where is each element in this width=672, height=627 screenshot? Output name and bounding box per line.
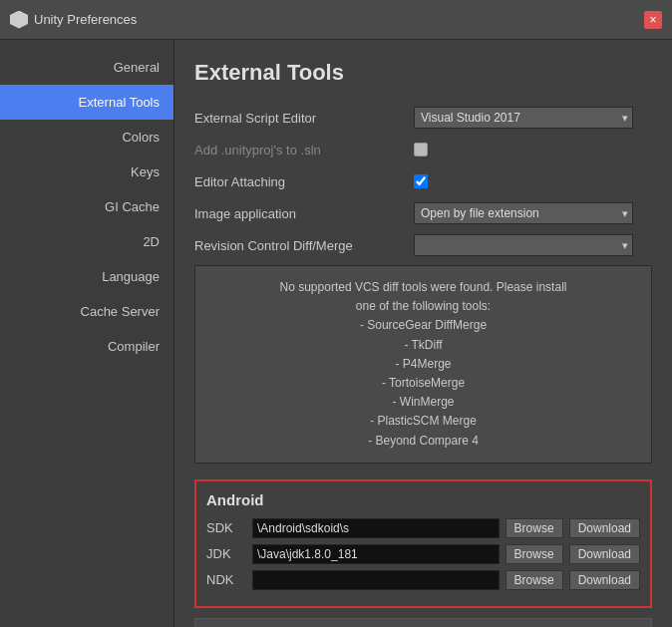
android-ndk-row: NDK Browse Download [206, 570, 640, 590]
window-title: Unity Preferences [34, 12, 137, 27]
android-jdk-row: JDK Browse Download [206, 544, 640, 564]
add-unityproj-checkbox[interactable] [414, 143, 428, 157]
add-unityproj-row: Add .unityproj's to .sln [194, 138, 652, 161]
external-script-editor-label: External Script Editor [194, 111, 414, 126]
sidebar: General External Tools Colors Keys GI Ca… [0, 40, 174, 627]
sidebar-item-compiler[interactable]: Compiler [0, 329, 173, 364]
android-sdk-row: SDK Browse Download [206, 518, 640, 538]
unity-icon [10, 11, 28, 29]
image-application-dropdown-wrapper: Open by file extension [414, 202, 633, 224]
sidebar-item-language[interactable]: Language [0, 259, 173, 294]
android-section: Android SDK Browse Download JDK Browse D… [194, 479, 652, 608]
android-ndk-browse-button[interactable]: Browse [505, 570, 563, 590]
vcs-message-box: No supported VCS diff tools were found. … [194, 265, 652, 464]
add-unityproj-label: Add .unityproj's to .sln [194, 143, 414, 157]
android-ndk-label: NDK [206, 572, 246, 587]
android-ndk-input[interactable] [252, 570, 500, 590]
editor-attaching-checkbox[interactable] [414, 174, 428, 188]
editor-attaching-row: Editor Attaching [194, 169, 652, 193]
android-sdk-download-button[interactable]: Download [569, 518, 640, 538]
android-sdk-label: SDK [206, 520, 246, 535]
sidebar-item-external-tools[interactable]: External Tools [0, 85, 173, 120]
vcs-message: No supported VCS diff tools were found. … [280, 280, 567, 448]
sidebar-item-colors[interactable]: Colors [0, 120, 173, 155]
android-jdk-browse-button[interactable]: Browse [505, 544, 563, 564]
content-area: General External Tools Colors Keys GI Ca… [0, 40, 672, 627]
close-button[interactable]: × [644, 11, 662, 29]
editor-attaching-label: Editor Attaching [194, 174, 414, 189]
sidebar-item-cache-server[interactable]: Cache Server [0, 294, 173, 329]
external-script-editor-row: External Script Editor Visual Studio 201… [194, 106, 652, 130]
external-script-editor-dropdown-wrapper: Visual Studio 2017 [414, 107, 633, 129]
android-sdk-browse-button[interactable]: Browse [505, 518, 563, 538]
sidebar-item-general[interactable]: General [0, 50, 173, 85]
revision-control-dropdown-wrapper [414, 234, 633, 256]
revision-control-dropdown[interactable] [414, 234, 633, 256]
main-panel: External Tools External Script Editor Vi… [174, 40, 672, 627]
revision-control-row: Revision Control Diff/Merge [194, 233, 652, 257]
title-bar: Unity Preferences × [0, 0, 672, 40]
page-title: External Tools [194, 60, 652, 86]
image-application-row: Image application Open by file extension [194, 201, 652, 225]
android-ndk-download-button[interactable]: Download [569, 570, 640, 590]
android-title: Android [206, 491, 640, 508]
image-application-dropdown[interactable]: Open by file extension [414, 202, 633, 224]
android-jdk-label: JDK [206, 546, 246, 561]
android-jdk-download-button[interactable]: Download [569, 544, 640, 564]
info-box: i IL2CPP requires that you have Android … [194, 618, 652, 627]
sidebar-item-gi-cache[interactable]: GI Cache [0, 189, 173, 224]
unity-preferences-window: Unity Preferences × General External Too… [0, 0, 672, 627]
external-script-editor-dropdown[interactable]: Visual Studio 2017 [414, 107, 633, 129]
android-sdk-input[interactable] [252, 518, 500, 538]
sidebar-item-keys[interactable]: Keys [0, 155, 173, 189]
image-application-label: Image application [194, 206, 414, 221]
revision-control-label: Revision Control Diff/Merge [194, 238, 414, 253]
title-bar-text: Unity Preferences [10, 11, 137, 29]
sidebar-item-2d[interactable]: 2D [0, 224, 173, 259]
android-jdk-input[interactable] [252, 544, 500, 564]
